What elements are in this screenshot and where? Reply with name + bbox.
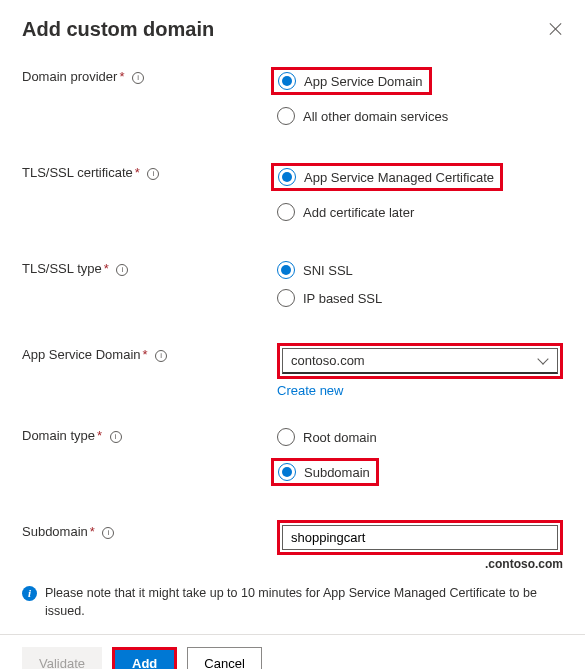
validate-button: Validate	[22, 647, 102, 669]
radio-subdomain[interactable]: Subdomain	[278, 463, 370, 481]
radio-icon	[277, 289, 295, 307]
domain-type-label: Domain type	[22, 428, 95, 443]
highlight-add-button: Add	[112, 647, 177, 669]
select-value: contoso.com	[291, 353, 365, 368]
highlight-subdomain-radio: Subdomain	[271, 458, 379, 486]
radio-label: Add certificate later	[303, 205, 414, 220]
create-new-link[interactable]: Create new	[277, 383, 343, 398]
tls-type-label: TLS/SSL type	[22, 261, 102, 276]
radio-icon	[277, 428, 295, 446]
info-icon[interactable]: i	[116, 264, 128, 276]
radio-icon	[278, 168, 296, 186]
radio-icon	[277, 261, 295, 279]
info-icon[interactable]: i	[147, 168, 159, 180]
required-mark: *	[104, 261, 109, 276]
required-mark: *	[143, 347, 148, 362]
radio-label: IP based SSL	[303, 291, 382, 306]
highlight-subdomain-input	[277, 520, 563, 555]
radio-icon	[277, 107, 295, 125]
app-service-domain-select[interactable]: contoso.com	[282, 348, 558, 374]
subdomain-input[interactable]	[282, 525, 558, 550]
radio-label: Subdomain	[304, 465, 370, 480]
add-button[interactable]: Add	[115, 650, 174, 669]
app-service-domain-label: App Service Domain	[22, 347, 141, 362]
radio-add-cert-later[interactable]: Add certificate later	[277, 203, 563, 221]
info-solid-icon: i	[22, 586, 37, 601]
highlight-domain-provider: App Service Domain	[271, 67, 432, 95]
info-icon[interactable]: i	[110, 431, 122, 443]
required-mark: *	[135, 165, 140, 180]
subdomain-label: Subdomain	[22, 524, 88, 539]
domain-provider-label: Domain provider	[22, 69, 117, 84]
radio-icon	[278, 72, 296, 90]
radio-app-service-managed-cert[interactable]: App Service Managed Certificate	[278, 168, 494, 186]
chevron-down-icon	[539, 356, 549, 366]
radio-icon	[278, 463, 296, 481]
highlight-app-service-domain: contoso.com	[277, 343, 563, 379]
info-icon[interactable]: i	[102, 527, 114, 539]
info-icon[interactable]: i	[132, 72, 144, 84]
highlight-tls-cert: App Service Managed Certificate	[271, 163, 503, 191]
required-mark: *	[97, 428, 102, 443]
radio-ip-ssl[interactable]: IP based SSL	[277, 289, 563, 307]
radio-sni-ssl[interactable]: SNI SSL	[277, 261, 563, 279]
radio-app-service-domain[interactable]: App Service Domain	[278, 72, 423, 90]
radio-label: App Service Domain	[304, 74, 423, 89]
radio-label: App Service Managed Certificate	[304, 170, 494, 185]
radio-other-domain-services[interactable]: All other domain services	[277, 107, 563, 125]
close-icon[interactable]	[549, 22, 563, 36]
tls-cert-label: TLS/SSL certificate	[22, 165, 133, 180]
subdomain-suffix: .contoso.com	[277, 557, 563, 571]
radio-root-domain[interactable]: Root domain	[277, 428, 563, 446]
radio-label: All other domain services	[303, 109, 448, 124]
radio-label: Root domain	[303, 430, 377, 445]
radio-icon	[277, 203, 295, 221]
required-mark: *	[119, 69, 124, 84]
radio-label: SNI SSL	[303, 263, 353, 278]
cancel-button[interactable]: Cancel	[187, 647, 261, 669]
info-icon[interactable]: i	[155, 350, 167, 362]
page-title: Add custom domain	[22, 18, 214, 41]
note-text: Please note that it might take up to 10 …	[45, 585, 563, 620]
required-mark: *	[90, 524, 95, 539]
